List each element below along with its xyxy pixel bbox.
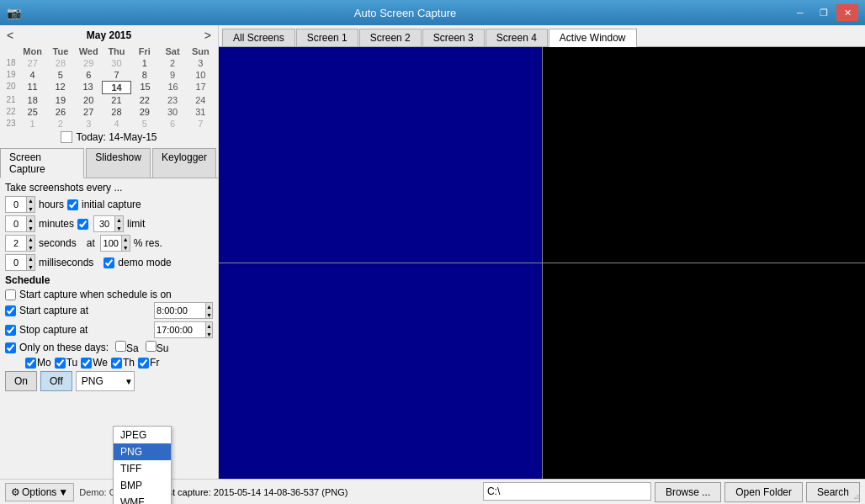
cal-day[interactable]: 13 [74, 81, 102, 94]
minimize-button[interactable]: ─ [789, 4, 811, 21]
cal-day[interactable]: 23 [158, 94, 186, 106]
on-button[interactable]: On [5, 371, 37, 391]
cal-day[interactable]: 30 [103, 57, 130, 69]
cal-day[interactable]: 30 [158, 106, 186, 118]
start-at-spin-down[interactable]: ▼ [205, 310, 212, 319]
start-at-spin-up[interactable]: ▲ [205, 302, 212, 310]
cal-day[interactable]: 28 [46, 57, 74, 69]
start-at-checkbox[interactable] [5, 305, 16, 316]
cal-day[interactable]: 7 [103, 69, 130, 81]
cal-day[interactable]: 3 [187, 57, 215, 69]
cal-day[interactable]: 21 [103, 94, 130, 106]
format-option-jpeg[interactable]: JPEG [114, 427, 171, 443]
tab-screen-capture[interactable]: Screen Capture [0, 148, 84, 178]
path-input[interactable] [483, 482, 651, 501]
tab-slideshow[interactable]: Slideshow [86, 148, 151, 178]
ms-input[interactable] [6, 255, 26, 270]
cal-day[interactable]: 3 [75, 118, 103, 130]
cal-day-today[interactable]: 14 [102, 81, 131, 94]
cal-day[interactable]: 24 [187, 94, 215, 106]
stop-at-checkbox[interactable] [5, 325, 16, 336]
limit-spin-up[interactable]: ▲ [114, 215, 123, 224]
cal-day[interactable]: 9 [158, 69, 186, 81]
cal-day[interactable]: 22 [130, 94, 158, 106]
cal-day[interactable]: 5 [46, 69, 74, 81]
ms-spin-down[interactable]: ▼ [26, 263, 34, 271]
cal-day[interactable]: 11 [19, 81, 46, 94]
tab-screen-2[interactable]: Screen 2 [359, 29, 422, 46]
only-days-checkbox[interactable] [5, 342, 16, 353]
stop-at-time[interactable]: ▲ ▼ [154, 321, 213, 338]
cal-day[interactable]: 15 [131, 81, 159, 94]
open-folder-button[interactable]: Open Folder [724, 482, 803, 502]
cal-day[interactable]: 28 [103, 106, 130, 118]
limit-spinner[interactable]: ▲ ▼ [93, 215, 124, 232]
cal-day[interactable]: 17 [187, 81, 215, 94]
cal-day[interactable]: 31 [187, 106, 215, 118]
format-option-bmp[interactable]: BMP [114, 477, 171, 494]
mo-checkbox[interactable] [25, 358, 36, 369]
fr-checkbox[interactable] [138, 358, 149, 369]
hours-spin-up[interactable]: ▲ [26, 196, 34, 204]
res-spin-down[interactable]: ▼ [121, 243, 130, 252]
res-input[interactable] [101, 236, 121, 251]
initial-capture-checkbox[interactable] [67, 199, 78, 210]
tab-all-screens[interactable]: All Screens [222, 29, 295, 46]
resize-handle[interactable]: ⊿ [853, 492, 862, 501]
cal-day[interactable]: 4 [19, 69, 46, 81]
cal-day[interactable]: 18 [19, 94, 46, 106]
cal-day[interactable]: 27 [75, 106, 103, 118]
demo-mode-checkbox[interactable] [103, 257, 114, 268]
hours-input[interactable] [6, 197, 26, 212]
tu-checkbox[interactable] [55, 358, 66, 369]
hours-spin-down[interactable]: ▼ [26, 204, 34, 213]
cal-day[interactable]: 10 [187, 69, 215, 81]
stop-at-spin-down[interactable]: ▼ [205, 330, 212, 338]
calendar-next-button[interactable]: > [201, 29, 215, 42]
ms-spinner[interactable]: ▲ ▼ [5, 254, 35, 271]
off-button[interactable]: Off [40, 371, 72, 391]
cal-day[interactable]: 8 [130, 69, 158, 81]
start-at-input[interactable] [155, 303, 205, 318]
we-checkbox[interactable] [81, 358, 92, 369]
su-checkbox[interactable] [146, 341, 157, 352]
cal-day[interactable]: 12 [46, 81, 74, 94]
seconds-spin-down[interactable]: ▼ [26, 243, 34, 252]
format-option-png[interactable]: PNG [114, 443, 171, 460]
close-button[interactable]: ✕ [836, 4, 858, 21]
hours-spinner[interactable]: ▲ ▼ [5, 196, 35, 213]
cal-day[interactable]: 19 [46, 94, 74, 106]
calendar-prev-button[interactable]: < [3, 29, 17, 42]
cal-day[interactable]: 27 [19, 57, 46, 69]
seconds-input[interactable] [6, 236, 26, 251]
options-button[interactable]: ⚙ Options ▼ [5, 483, 74, 501]
cal-day[interactable]: 20 [75, 94, 103, 106]
format-select[interactable]: PNG JPEG TIFF BMP WMF [76, 371, 135, 391]
format-option-wmf[interactable]: WMF [114, 494, 171, 504]
browse-button[interactable]: Browse ... [655, 482, 721, 502]
limit-spin-down[interactable]: ▼ [114, 224, 123, 232]
cal-day[interactable]: 4 [103, 118, 130, 130]
stop-at-spin-up[interactable]: ▲ [205, 321, 212, 330]
cal-day[interactable]: 25 [19, 106, 46, 118]
cal-day[interactable]: 7 [187, 118, 215, 130]
cal-day[interactable]: 2 [158, 57, 186, 69]
search-button[interactable]: Search [806, 482, 860, 502]
format-option-tiff[interactable]: TIFF [114, 460, 171, 477]
minutes-spinner[interactable]: ▲ ▼ [5, 215, 35, 232]
limit-input[interactable] [94, 216, 114, 231]
start-at-time[interactable]: ▲ ▼ [154, 302, 213, 319]
cal-day[interactable]: 1 [19, 118, 46, 130]
limit-checkbox[interactable] [77, 219, 88, 230]
stop-at-input[interactable] [155, 322, 205, 337]
tab-active-window[interactable]: Active Window [549, 29, 637, 47]
cal-day[interactable]: 16 [159, 81, 187, 94]
cal-day[interactable]: 6 [75, 69, 103, 81]
tab-screen-4[interactable]: Screen 4 [486, 29, 548, 46]
cal-day[interactable]: 29 [75, 57, 103, 69]
tab-screen-1[interactable]: Screen 1 [296, 29, 358, 46]
seconds-spin-up[interactable]: ▲ [26, 235, 34, 243]
sa-checkbox[interactable] [115, 341, 126, 352]
cal-day[interactable]: 5 [130, 118, 158, 130]
tab-keylogger[interactable]: Keylogger [152, 148, 216, 178]
